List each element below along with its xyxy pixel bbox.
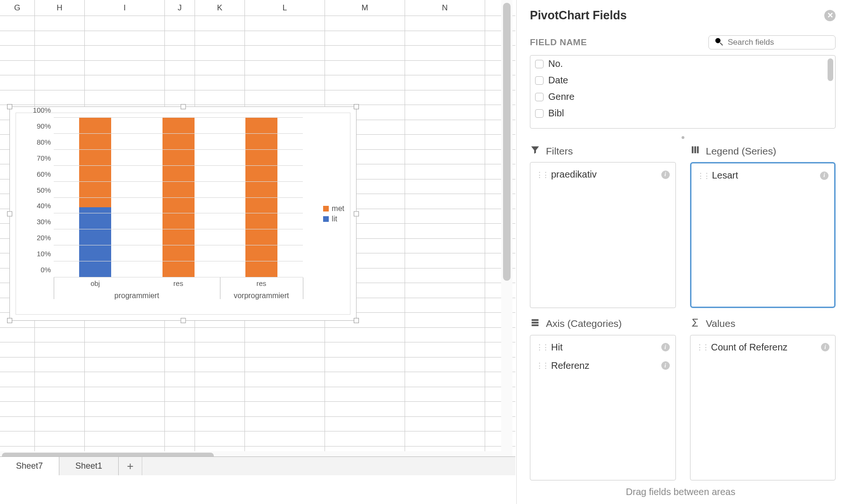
spreadsheet-area: GHIJKLMN 0%10%20%30%40%50%60%70%80%90%10… [0,0,515,475]
resize-handle[interactable] [7,104,12,109]
add-sheet-button[interactable]: + [119,457,142,475]
sheet-tab-active[interactable]: Sheet7 [0,457,59,475]
field-name-heading: FIELD NAME [530,37,587,48]
drag-grip-icon[interactable]: ⋮⋮ [696,343,708,351]
area-field-label: praedikativ [551,169,597,180]
pivot-chart[interactable]: 0%10%20%30%40%50%60%70%80%90%100% objres… [9,106,357,321]
drag-grip-icon[interactable]: ⋮⋮ [697,171,709,180]
svg-line-1 [720,42,723,45]
values-area: Values ⋮⋮Count of Referenzi [690,317,836,481]
field-checkbox[interactable] [535,93,544,101]
field-row[interactable]: No. [530,56,828,72]
area-field-item[interactable]: ⋮⋮Count of Referenzi [692,338,834,357]
info-icon[interactable]: i [661,343,670,351]
info-icon[interactable]: i [661,171,670,179]
info-icon[interactable]: i [661,361,670,370]
area-field-item[interactable]: ⋮⋮Hiti [532,338,674,357]
y-tick-label: 60% [37,170,51,178]
chart-legend: metlit [323,203,344,225]
column-header[interactable]: N [405,0,485,16]
column-header[interactable]: G [0,0,35,16]
values-dropzone[interactable]: ⋮⋮Count of Referenzi [690,335,836,481]
legend-dropzone[interactable]: ⋮⋮Lesarti [690,162,836,308]
field-label: Bibl [548,108,564,119]
info-icon[interactable]: i [821,343,829,351]
available-fields-list[interactable]: No.DateGenreBibl [530,55,836,129]
axis-area: Axis (Categories) ⋮⋮Hiti⋮⋮Referenzi [530,317,676,481]
column-header[interactable]: I [85,0,165,16]
field-checkbox[interactable] [535,109,544,118]
field-checkbox[interactable] [535,60,544,68]
x-group-label: vorprogrammiert [234,292,289,300]
area-field-item[interactable]: ⋮⋮Lesarti [693,166,833,185]
bar-segment-met [245,118,277,277]
close-panel-button[interactable]: ✕ [824,10,836,21]
info-icon[interactable]: i [820,171,829,180]
column-header[interactable]: M [325,0,405,16]
field-checkbox[interactable] [535,76,544,85]
column-header[interactable]: L [245,0,325,16]
column-headers: GHIJKLMN [0,0,515,16]
filters-area: Filters ⋮⋮praedikativi [530,145,676,308]
sheet-tab[interactable]: Sheet1 [59,457,119,475]
area-field-item[interactable]: ⋮⋮Referenzi [532,357,674,375]
bar-segment-lit [79,207,111,277]
bar-segment-met [79,118,111,207]
area-field-item[interactable]: ⋮⋮praedikativi [532,165,674,184]
svg-point-0 [715,38,721,43]
column-header[interactable]: J [165,0,195,16]
legend-area: Legend (Series) ⋮⋮Lesarti [690,145,836,308]
panel-split-handle[interactable] [530,135,836,140]
legend-swatch [323,206,329,211]
x-category-label: res [173,279,183,287]
area-label: Values [706,318,736,329]
y-tick-label: 80% [37,138,51,146]
pivot-areas: Filters ⋮⋮praedikativi Legend (Series) ⋮… [530,145,836,480]
sigma-icon [690,317,700,330]
drag-grip-icon[interactable]: ⋮⋮ [536,361,548,370]
chart-plot-region [54,118,303,277]
search-fields-box[interactable] [708,35,836,49]
y-tick-label: 40% [37,202,51,210]
area-field-label: Referenz [551,360,589,371]
y-tick-label: 20% [37,234,51,242]
column-header[interactable]: K [195,0,245,16]
axis-dropzone[interactable]: ⋮⋮Hiti⋮⋮Referenzi [530,335,676,481]
scrollbar-thumb[interactable] [503,3,511,281]
field-label: Date [548,75,568,86]
scrollbar-thumb[interactable] [828,58,833,81]
chart-x-category-labels: objresres [54,279,303,289]
vertical-scrollbar[interactable] [501,0,512,462]
legend-label: met [332,204,344,213]
resize-handle[interactable] [354,104,359,109]
x-group-label: programmiert [114,292,159,300]
field-row[interactable]: Date [530,72,828,89]
svg-rect-3 [694,146,696,154]
pivotchart-fields-panel: PivotChart Fields ✕ FIELD NAME No.DateGe… [516,0,845,504]
column-header[interactable]: H [35,0,85,16]
funnel-icon [530,145,540,157]
panel-title: PivotChart Fields [530,8,627,22]
svg-rect-6 [532,322,539,324]
area-label: Axis (Categories) [546,318,622,329]
legend-label: lit [332,215,337,223]
close-icon: ✕ [827,11,833,20]
field-row[interactable]: Genre [530,89,828,105]
resize-handle[interactable] [7,318,12,323]
drag-hint-text: Drag fields between areas [516,487,845,497]
resize-handle[interactable] [180,318,186,323]
search-fields-input[interactable] [728,38,830,47]
drag-grip-icon[interactable]: ⋮⋮ [536,343,548,351]
drag-grip-icon[interactable]: ⋮⋮ [536,171,548,179]
y-tick-label: 70% [37,154,51,162]
resize-handle[interactable] [354,211,359,216]
resize-handle[interactable] [7,211,12,216]
field-row[interactable]: Bibl [530,105,828,122]
chart-x-group-labels: programmiertvorprogrammiert [54,292,303,301]
resize-handle[interactable] [180,104,186,109]
resize-handle[interactable] [354,318,359,323]
chart-y-axis: 0%10%20%30%40%50%60%70%80%90%100% [30,118,53,277]
svg-rect-2 [691,146,693,154]
y-tick-label: 10% [37,250,51,258]
filters-dropzone[interactable]: ⋮⋮praedikativi [530,162,676,308]
